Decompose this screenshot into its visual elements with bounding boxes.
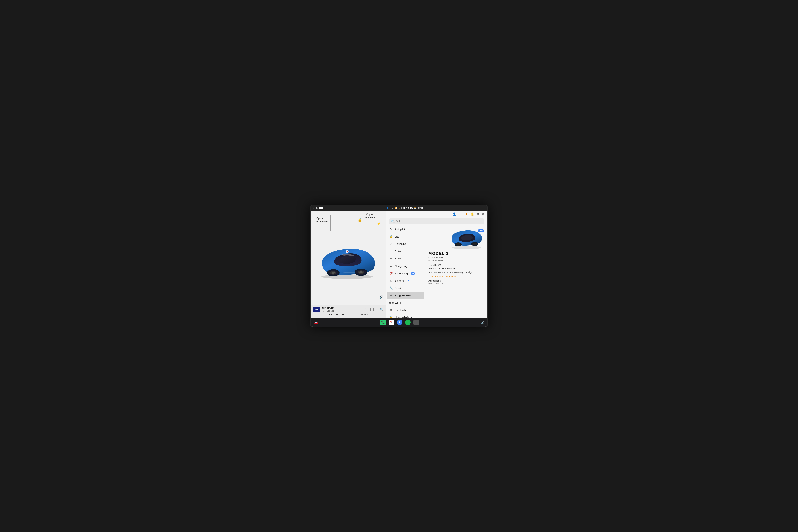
phone-button[interactable]: 📞: [380, 320, 386, 325]
settings-item-las[interactable]: 🔒Lås: [386, 233, 424, 240]
header-icons: 👤 Per ⬇ 🔔 ✱ ✕: [453, 212, 484, 215]
settings-item-wifi[interactable]: ((·))Wi-Fi: [386, 299, 424, 306]
close-icon-header[interactable]: ✕: [482, 212, 484, 215]
more-button[interactable]: ···: [414, 320, 419, 325]
settings-item-resor[interactable]: ⌖Resor: [386, 255, 424, 262]
temperature-display: 15°C: [418, 207, 423, 209]
next-track-button[interactable]: ⏭: [341, 313, 345, 316]
mnf-logo: MNF: [313, 307, 320, 312]
settings-item-programvara[interactable]: ⬇Programvara: [386, 292, 424, 299]
header-username: Per: [459, 212, 463, 215]
left-panel: Öppna Framlucka Öppna Baklucka 🔓 ⚡: [310, 211, 386, 327]
sos-label: SOS: [401, 207, 405, 209]
search-bar: 🔍: [386, 217, 488, 225]
settings-list: ⟳Autopilot🔒Lås☀Belysning▭Skärm⌖Resor▲Nav…: [386, 225, 425, 327]
settings-item-navigering[interactable]: ▲Navigering: [386, 263, 424, 269]
music-title: RH1 HOPE: [322, 307, 335, 310]
taskbar-right: 🔊: [481, 321, 484, 324]
temperature-control[interactable]: ‹ 16.5 ›: [359, 313, 367, 316]
autopilot-label: Autopilot ℹ: [429, 280, 484, 282]
status-bar-center: 👤 Per 📶 ⬇ SOS 16:15 ⛅ 15°C: [386, 207, 423, 210]
user-icon-top: 👤: [386, 207, 389, 209]
stop-button[interactable]: ⏹: [335, 313, 338, 316]
jfc-badge: JFC: [478, 229, 483, 232]
status-bar: 95 % 👤 Per 📶 ⬇ SOS 16:15 ⛅ 15°C: [310, 205, 488, 211]
info-icon[interactable]: ℹ: [440, 280, 441, 282]
belysning-label: Belysning: [395, 243, 406, 245]
time-display: 16:15: [406, 207, 413, 210]
battery-icon: [320, 207, 324, 209]
settings-item-autopilot[interactable]: ⟳Autopilot: [386, 226, 424, 233]
svg-point-11: [452, 246, 481, 249]
settings-item-bluetooth[interactable]: ✱Bluetooth: [386, 306, 424, 314]
model-name: MODEL 3: [429, 251, 484, 256]
star-icon[interactable]: ☆: [364, 308, 367, 311]
spotify-button[interactable]: ♪: [405, 320, 411, 325]
music-station: MNF RH1 HOPE FM Radio MNF: [313, 307, 335, 312]
chevron-left-icon[interactable]: ‹: [359, 313, 360, 316]
signal-icon: 📶: [395, 207, 397, 209]
settings-item-service[interactable]: 🔧Service: [386, 284, 424, 291]
music-subtitle: FM Radio MNF: [322, 310, 335, 312]
status-username: Per: [390, 207, 394, 209]
svg-point-4: [332, 272, 335, 274]
car-visual-area: T: [315, 221, 382, 303]
autopilot-icon: ⟳: [389, 228, 393, 231]
volume-icon[interactable]: 🔊: [379, 295, 383, 299]
las-label: Lås: [395, 235, 399, 238]
equalizer-icon[interactable]: ⋮⋮⋮: [369, 308, 378, 311]
svg-point-8: [359, 271, 363, 273]
vehicle-info-link[interactable]: Ytterligare fordonsinformation: [429, 274, 484, 278]
programvara-icon: ⬇: [389, 294, 393, 297]
baklucka-label[interactable]: Öppna Baklucka: [364, 213, 375, 220]
programvara-label: Programvara: [395, 294, 411, 297]
search-input[interactable]: [396, 220, 482, 223]
navigering-label: Navigering: [395, 265, 407, 268]
settings-item-skarm[interactable]: ▭Skärm: [386, 248, 424, 255]
car-home-icon[interactable]: 🚗: [314, 320, 318, 325]
las-icon: 🔒: [389, 235, 393, 238]
mileage-info: 139 985 km: [429, 264, 484, 266]
autopilot-note: Autopilot: Dator för total självkörnings…: [429, 271, 484, 273]
bluetooth-taskbar-button[interactable]: ✱: [397, 320, 402, 325]
settings-item-schemalagd[interactable]: ⏰SchemaläggNY: [386, 270, 424, 277]
package-note: Paket som ingår: [429, 283, 484, 285]
music-info: RH1 HOPE FM Radio MNF: [322, 307, 335, 312]
bluetooth-taskbar-icon: ✱: [399, 321, 401, 324]
skarm-label: Skärm: [395, 250, 402, 253]
phone-icon: 📞: [381, 321, 384, 324]
autopilot-label: Autopilot: [395, 228, 405, 231]
download-icon-header[interactable]: ⬇: [466, 212, 468, 215]
bell-icon[interactable]: 🔔: [471, 212, 474, 215]
volume-taskbar-icon[interactable]: 🔊: [481, 321, 484, 324]
service-label: Service: [395, 287, 403, 289]
svg-text:T: T: [347, 251, 348, 253]
settings-item-belysning[interactable]: ☀Belysning: [386, 240, 424, 247]
bluetooth-icon-header[interactable]: ✱: [477, 212, 479, 215]
taskbar-center: 📞 📅 ✱ ♪ ···: [380, 320, 419, 325]
search-icon: 🔍: [391, 220, 395, 223]
chevron-right-icon[interactable]: ›: [366, 313, 367, 316]
sakerhet-icon: ⚙: [389, 279, 393, 282]
spotify-icon: ♪: [407, 321, 408, 324]
schemalagd-label: Schemalägg: [395, 272, 409, 275]
right-body: ⟳Autopilot🔒Lås☀Belysning▭Skärm⌖Resor▲Nav…: [386, 225, 488, 327]
main-content: Öppna Framlucka Öppna Baklucka 🔓 ⚡: [310, 211, 488, 327]
search-music-icon[interactable]: 🔍: [380, 308, 383, 311]
calendar-button[interactable]: 📅: [388, 320, 394, 325]
right-header: 👤 Per ⬇ 🔔 ✱ ✕: [386, 211, 488, 217]
taskbar: 🚗 📞 📅 ✱ ♪ ··· 🔊: [310, 318, 488, 327]
car-svg: T: [317, 244, 380, 280]
navigering-icon: ▲: [389, 264, 393, 268]
wifi-label: Wi-Fi: [395, 301, 401, 304]
framlucka-label[interactable]: Öppna Framlucka: [317, 217, 328, 224]
prev-track-button[interactable]: ⏮: [329, 313, 332, 316]
sakerhet-label: Säkerhet: [395, 279, 405, 282]
tesla-screen: 95 % 👤 Per 📶 ⬇ SOS 16:15 ⛅ 15°C Öppna Fr…: [310, 205, 488, 327]
settings-item-sakerhet[interactable]: ⚙Säkerhet: [386, 277, 424, 284]
wifi-icon: ((·)): [389, 301, 393, 304]
autopilot-section: Autopilot ℹ Paket som ingår: [429, 280, 484, 285]
right-panel: 👤 Per ⬇ 🔔 ✱ ✕ 🔍 ⟳Autopilot🔒: [386, 211, 488, 327]
vin-info: VIN 5YJ3E7EB7LF674783: [429, 267, 484, 270]
schemalagd-icon: ⏰: [389, 272, 393, 275]
